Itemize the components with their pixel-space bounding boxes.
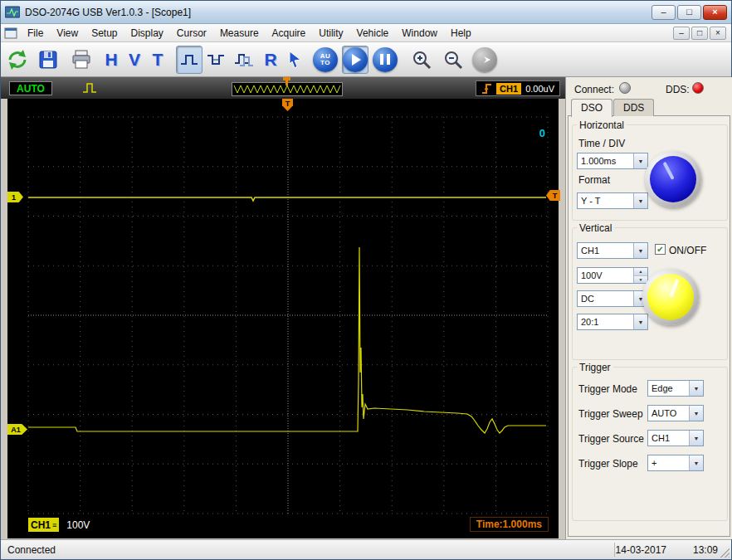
trace-a1 [28, 247, 546, 433]
math-button[interactable] [231, 46, 257, 74]
pulse-trigger-button[interactable] [203, 46, 229, 74]
chevron-down-icon[interactable]: ▼ [689, 431, 703, 446]
app-icon [5, 6, 20, 19]
trigger-source-select[interactable]: CH1 ▼ [647, 430, 704, 446]
chevron-down-icon[interactable]: ▼ [689, 406, 703, 421]
pause-button[interactable] [372, 46, 398, 74]
menu-acquire[interactable]: Acquire [266, 25, 313, 41]
connect-status-led [619, 82, 631, 94]
probe-select[interactable]: 20:1 ▼ [577, 314, 648, 330]
reference-button[interactable]: R [259, 46, 282, 74]
spinner-down-icon[interactable]: ▼ [634, 276, 647, 284]
menu-help[interactable]: Help [444, 25, 478, 41]
volts-div-stepper[interactable]: 100V ▲ ▼ [577, 267, 648, 284]
title-bar: DSO-2074G USB Ver1.0.3 - [Scope1] – □ × [1, 1, 731, 24]
minimize-button[interactable]: – [651, 5, 676, 20]
run-button[interactable] [342, 46, 368, 74]
horizontal-group-title: Horizontal [577, 119, 627, 131]
resize-grip[interactable] [719, 547, 730, 558]
trigger-position-marker[interactable] [283, 77, 290, 80]
timebase-select[interactable]: 1.000ms ▼ [577, 153, 648, 169]
close-button[interactable]: × [703, 5, 727, 20]
chevron-down-icon[interactable]: ▼ [633, 314, 647, 329]
chevron-down-icon[interactable]: ▼ [633, 193, 647, 208]
pan-button[interactable] [471, 46, 498, 74]
save-button[interactable] [35, 46, 61, 74]
window-title: DSO-2074G USB Ver1.0.3 - [Scope1] [25, 7, 191, 18]
statusbar-time: 13:09 [693, 544, 718, 556]
scope-display: T 1 A1 T 0 CH1 ≡ 100V Time:1.000ms [7, 99, 559, 538]
trigger-menu-button[interactable]: T [146, 46, 169, 74]
trigger-readout: CH1 0.00uV [476, 80, 560, 96]
edge-trigger-button[interactable] [176, 46, 203, 74]
format-select[interactable]: Y - T ▼ [577, 192, 648, 209]
trigger-source-badge: CH1 [496, 83, 521, 95]
channel-onoff-checkbox[interactable]: ✔ [655, 244, 666, 255]
toolbar: H V T R [1, 42, 731, 77]
tab-dds[interactable]: DDS [613, 99, 654, 116]
trigger-source-value: CH1 [648, 433, 689, 443]
edge-trigger-icon [179, 51, 199, 68]
trace-ch1 [28, 197, 546, 201]
menu-bar: File View Setup Display Cursor Measure A… [1, 24, 731, 42]
autoset-button[interactable]: AU TO [312, 46, 339, 74]
control-panel: Connect: DDS: DSO DDS Horizontal Time / … [565, 77, 732, 539]
cursor-tool-button[interactable] [282, 46, 309, 74]
pulse-trigger-icon [206, 51, 226, 68]
chevron-down-icon[interactable]: ▼ [633, 243, 647, 258]
menu-measure[interactable]: Measure [213, 25, 266, 41]
print-button[interactable] [68, 46, 95, 74]
channel-select[interactable]: CH1 ▼ [577, 242, 648, 259]
channel-badge: CH1 ≡ [28, 518, 59, 532]
chevron-down-icon[interactable]: ▼ [689, 381, 703, 396]
menu-window[interactable]: Window [395, 25, 444, 41]
tab-dso[interactable]: DSO [571, 99, 612, 117]
zoom-in-button[interactable] [408, 46, 435, 74]
refresh-button[interactable] [4, 46, 31, 74]
play-icon [343, 47, 368, 72]
trigger-source-label: Trigger Source [578, 433, 644, 445]
horizontal-knob-face [650, 156, 696, 202]
maximize-button[interactable]: □ [677, 5, 701, 20]
zoom-out-button[interactable] [440, 46, 466, 74]
chevron-down-icon[interactable]: ▼ [689, 455, 703, 470]
menu-view[interactable]: View [50, 25, 85, 41]
channel-onoff-label: ON/OFF [669, 245, 706, 256]
menu-file[interactable]: File [21, 25, 50, 41]
volts-div-value: 100V [578, 270, 633, 280]
mdi-close-button[interactable]: × [710, 27, 726, 40]
autoset-icon: AU TO [313, 47, 338, 72]
channel-scale-value: 100V [66, 519, 90, 531]
time-div-label: Time / DIV [578, 138, 625, 149]
menu-display[interactable]: Display [124, 25, 170, 41]
scope-area: AUTO CH1 0.00uV [1, 77, 565, 539]
workspace: AUTO CH1 0.00uV [1, 77, 731, 539]
print-icon [71, 49, 92, 71]
vertical-menu-button[interactable]: V [123, 46, 146, 74]
trigger-slope-select[interactable]: + ▼ [647, 455, 704, 471]
trigger-mode-select[interactable]: Edge ▼ [647, 380, 704, 397]
horizontal-knob[interactable] [645, 151, 701, 207]
trigger-sweep-select[interactable]: AUTO ▼ [647, 405, 704, 421]
vertical-group-title: Vertical [577, 222, 614, 234]
spinner-up-icon[interactable]: ▲ [634, 268, 647, 276]
horizontal-menu-button[interactable]: H [100, 46, 123, 74]
cursor-arrow-icon [286, 51, 305, 69]
mdi-minimize-button[interactable]: – [673, 27, 690, 40]
chevron-down-icon[interactable]: ▼ [633, 153, 647, 168]
menu-vehicle[interactable]: Vehicle [350, 25, 396, 41]
coupling-select[interactable]: DC ▼ [577, 290, 648, 307]
menu-cursor[interactable]: Cursor [170, 25, 213, 41]
trigger-mode-value: Edge [648, 383, 689, 393]
math-icon [234, 51, 254, 68]
menu-utility[interactable]: Utility [312, 25, 349, 41]
mdi-restore-button[interactable]: □ [691, 27, 708, 40]
channel-readout: CH1 ≡ 100V [28, 518, 98, 532]
acquisition-mode-badge: AUTO [9, 81, 52, 95]
coupling-value: DC [578, 294, 633, 304]
document-icon [4, 27, 17, 39]
dds-status-led [692, 82, 704, 94]
menu-setup[interactable]: Setup [85, 25, 124, 41]
trigger-slope-value: + [648, 458, 689, 468]
vertical-knob[interactable] [642, 269, 699, 325]
